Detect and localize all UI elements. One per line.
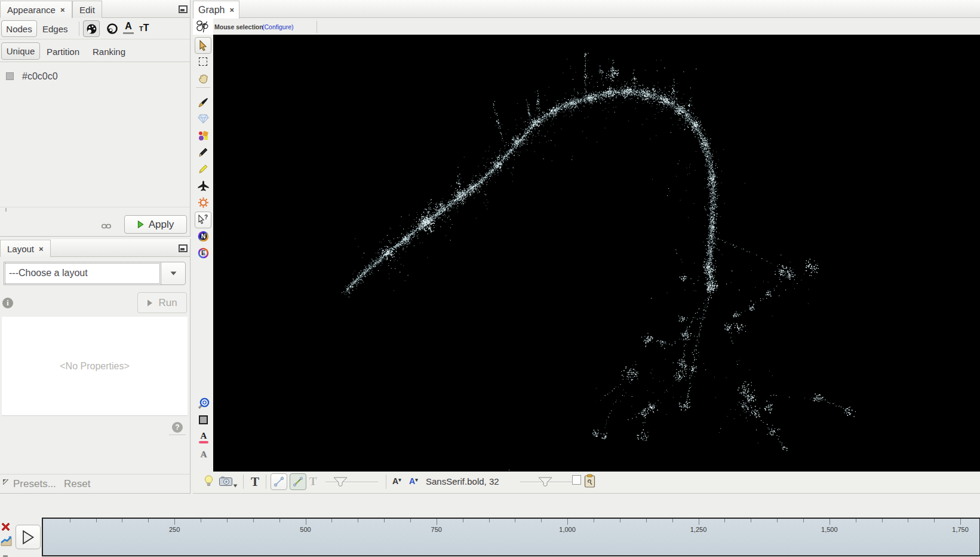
- svg-text:E: E: [201, 249, 205, 256]
- svg-text:?: ?: [204, 214, 208, 221]
- svg-text:N: N: [201, 232, 206, 240]
